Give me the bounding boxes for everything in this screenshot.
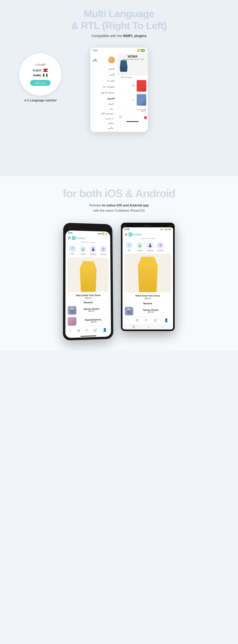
android-cat-tshirts[interactable]: 👔 T-Shirts	[135, 242, 144, 252]
phones-row: 9:41 ●●● 📶 🔋 ☰ mstore	[8, 223, 230, 339]
android-featured-image	[124, 254, 171, 292]
android-recent-price-1: $38.00	[135, 311, 166, 313]
android-recents-header: Recents	[122, 302, 173, 306]
phone-mockup-rtl: 9:41 📶 ON WOMA 30% discount ladys hats &…	[90, 48, 148, 132]
cart-icon[interactable]: 🛒	[119, 115, 123, 118]
cat-tshirts-icon: 👔	[79, 246, 86, 253]
sidebar-item-login[interactable]: تسجيل الدخول	[90, 90, 117, 96]
wishlist-icon[interactable]: ♡	[104, 259, 107, 263]
android-outer: 11:04 A G ↑ 📶 75% ☰	[121, 223, 175, 331]
phone-content-left: WOMA 30% discount ladys hats & h... استع…	[117, 54, 148, 132]
product1-name: هوديي في ح...	[119, 108, 146, 110]
hamburger-icon[interactable]: ☰	[68, 236, 71, 240]
add-to-cart-icon[interactable]: +	[131, 83, 136, 88]
android-menu-icon[interactable]: |||	[133, 325, 135, 328]
android-cat-clothing[interactable]: 👗 Clothing	[146, 242, 155, 252]
cat-clothing[interactable]: 👗 Clothing	[88, 246, 98, 255]
android-sensors	[168, 225, 172, 226]
lang-option-english: English	[33, 69, 48, 72]
recent-product-price-1: $38.00	[78, 310, 104, 312]
cat-men-icon: 👕	[69, 245, 76, 252]
sidebar-item-tshirts[interactable]: تي شيرت	[90, 116, 117, 121]
nav-search-icon[interactable]: ⚲	[86, 328, 88, 333]
lang-switcher-label: and Language swicher	[19, 99, 62, 102]
sidebar-item-women[interactable]: النساء	[90, 102, 117, 106]
nav-grid-icon[interactable]: ⊞	[77, 328, 80, 333]
recent-product-price-2: $38.00	[78, 321, 109, 324]
section-multilanguage: Multi Language & RTL (Right To Left) Com…	[0, 0, 238, 176]
sidebar-item-news[interactable]: الاخبار	[90, 72, 117, 78]
android-recent-item-1: Tapestry Shopper $38.00 ♡	[122, 306, 173, 316]
section-ios-android: for both iOS & Android Release to native…	[0, 176, 238, 350]
lang-option-arabic: Arabic	[33, 74, 48, 77]
lang-english-label: English	[33, 69, 42, 72]
iphone-bottom-nav: ⌂ ⊞ ⚲ 🛒 👤	[65, 326, 111, 335]
android-cat-men-icon: 👕	[126, 242, 133, 249]
recent-product-image-2	[68, 317, 76, 326]
android-wishlist-icon[interactable]: ♡	[166, 255, 169, 259]
cat-clothing-label: Clothing	[90, 253, 96, 255]
remove-from-cart-icon[interactable]: −	[131, 97, 136, 102]
cat-men[interactable]: 👕 Men	[68, 245, 77, 255]
sidebar-header: زائر	[90, 55, 117, 66]
nav-profile-icon[interactable]: 👤	[103, 328, 107, 332]
sidebar-item-men[interactable]: رجل	[90, 106, 117, 111]
view-all-button[interactable]: استعراض الكل ›	[117, 75, 148, 79]
phone-status-right: 📶 ON	[137, 49, 145, 52]
phone-area: الإعدادات English Arabic تبديل اللغة and…	[0, 46, 238, 165]
cat-dresses[interactable]: 👚 Dresses	[99, 246, 108, 256]
sidebar-item-clothes[interactable]: ملابس	[90, 126, 117, 130]
recent-product-thumb-2	[68, 317, 76, 326]
android-status-right: A G ↑ 📶 75%	[160, 228, 171, 230]
iphone-time: 9:41	[68, 232, 72, 234]
sidebar-item-contact[interactable]: اتصل بنا	[90, 78, 117, 84]
nav-home-icon[interactable]: ⌂	[70, 329, 72, 333]
android-nav-cart-icon[interactable]: 🛒	[154, 318, 158, 322]
android-nav-search-icon[interactable]: ⚲	[145, 318, 147, 322]
recent-product-image-1	[68, 306, 76, 315]
sidebar-item-store[interactable]: المتجر	[90, 66, 117, 72]
mstore-brand-name: mstore	[76, 236, 85, 240]
cat-tshirts[interactable]: 👔 T-Shirts	[78, 246, 88, 255]
android-mstore-logo: mstore	[128, 232, 142, 236]
nav-cart-icon[interactable]: 🛒	[93, 328, 98, 332]
android-cat-dresses[interactable]: 👚 Dresses	[156, 242, 165, 252]
android-back-icon[interactable]: ‹	[162, 325, 163, 328]
sidebar-item-category[interactable]: التصنيف	[90, 96, 117, 102]
android-system-nav: ||| ○ ‹	[122, 324, 173, 330]
android-cat-clothing-icon: 👗	[146, 242, 154, 249]
sidebar-item-pants[interactable]: قنصان	[90, 121, 117, 126]
android-mstore-brand: mstore	[133, 233, 142, 236]
android-bag-figure	[125, 307, 133, 315]
android-nav-home-icon[interactable]: ⌂	[127, 318, 129, 322]
rtl-sidebar: زائر المتجر الاخبار اتصل بنا معلومات عنا…	[90, 54, 117, 132]
product-row-2: −	[117, 93, 148, 107]
android-status-bar: 11:04 A G ↑ 📶 75%	[122, 227, 173, 231]
home-indicator	[126, 121, 139, 122]
android-yellow-dress	[135, 257, 160, 292]
recent-item-1-heart[interactable]: ♡	[106, 308, 109, 311]
android-nav-grid-icon[interactable]: ⊞	[136, 318, 138, 322]
lang-switch-button[interactable]: تبديل اللغة	[30, 80, 50, 86]
iphone-home-bar	[80, 336, 96, 337]
featured-product-name: Stitch Detail Tunic Dress	[66, 293, 111, 297]
section1-title: Multi Language & RTL (Right To Left)	[0, 8, 238, 32]
android-home-circle-icon[interactable]: ○	[148, 325, 149, 328]
android-nav-profile-icon[interactable]: 👤	[164, 318, 168, 322]
sidebar-item-about[interactable]: معلومات عنا	[90, 84, 117, 90]
android-cat-tshirts-icon: 👔	[136, 242, 144, 249]
mstore-cube-icon	[72, 236, 76, 240]
product1-info: هوديي في ح... $35.00	[117, 107, 148, 113]
iphone-mockup: 9:41 ●●● 📶 🔋 ☰ mstore	[63, 223, 113, 339]
visitor-label: زائر	[93, 58, 97, 62]
flag-uk-icon	[43, 69, 48, 72]
cat-tshirts-label: T-Shirts	[80, 253, 86, 255]
android-hamburger-icon[interactable]: ☰	[125, 233, 128, 236]
android-speaker	[143, 226, 151, 226]
android-recent-heart-1[interactable]: ♡	[168, 310, 171, 312]
sidebar-item-view-all[interactable]: استعراض الكل	[90, 111, 117, 116]
android-signal-bars: 📶	[165, 228, 167, 230]
featured-product-image	[67, 257, 109, 292]
android-cat-men[interactable]: 👕 Men	[125, 242, 134, 252]
recent-product-info-2: Ripped Boyfriend... $38.00	[78, 318, 109, 323]
